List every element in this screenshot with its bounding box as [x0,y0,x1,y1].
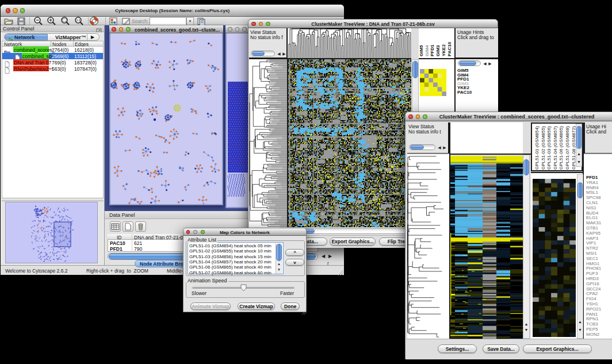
svg-text:GPL51-01 (GSM854): GPL51-01 (GSM854) [534,126,540,170]
svg-text:GIM5: GIM5 [419,45,424,56]
svg-text:GPL51-03 (GSM856): GPL51-03 (GSM856) [546,126,552,170]
svg-text:1:1: 1:1 [76,18,81,22]
svg-text:GPL51-06 (GSM865): GPL51-06 (GSM865) [559,126,564,170]
svg-text:GPL51-07 (GSM868): GPL51-07 (GSM868) [565,126,570,170]
svg-text:PAC10: PAC10 [447,41,452,56]
svg-text:GIM3: GIM3 [435,45,441,56]
svg-text:YKE2: YKE2 [441,44,446,56]
svg-text:GIM4: GIM4 [424,45,430,56]
svg-text:GPL51-04 (GSM857): GPL51-04 (GSM857) [553,126,558,170]
svg-text:PFD1: PFD1 [430,44,435,56]
svg-text:GPL51-02 (GSM855): GPL51-02 (GSM855) [541,126,546,170]
